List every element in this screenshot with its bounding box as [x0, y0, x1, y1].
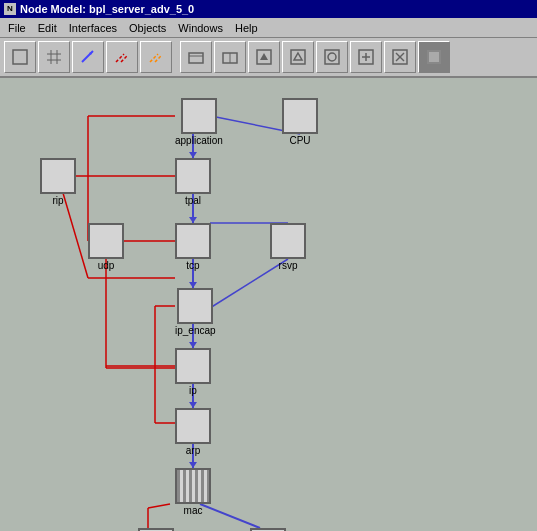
svg-rect-0	[13, 50, 27, 64]
tcp-icon	[175, 223, 211, 259]
ip-icon	[175, 348, 211, 384]
application-icon	[181, 98, 217, 134]
menu-bar: File Edit Interfaces Objects Windows Hel…	[0, 18, 537, 38]
menu-edit[interactable]: Edit	[32, 20, 63, 36]
canvas-area: application CPU rip tpal udp tcp rsvp ip…	[0, 78, 537, 531]
udp-label: udp	[98, 260, 115, 271]
rip-icon	[40, 158, 76, 194]
menu-help[interactable]: Help	[229, 20, 264, 36]
arp-label: arp	[186, 445, 200, 456]
node-application[interactable]: application	[175, 98, 223, 146]
orange-arrow-tool-btn[interactable]	[140, 41, 172, 73]
ip-label: ip	[189, 385, 197, 396]
view-btn-1[interactable]	[180, 41, 212, 73]
cpu-icon	[282, 98, 318, 134]
view-btn-3[interactable]	[248, 41, 280, 73]
node-cpu[interactable]: CPU	[282, 98, 318, 146]
title-bar-icon: N	[4, 3, 16, 15]
rip-label: rip	[52, 195, 63, 206]
tpal-icon	[175, 158, 211, 194]
view-btn-6[interactable]	[350, 41, 382, 73]
node-udp[interactable]: udp	[88, 223, 124, 271]
title-bar-text: Node Model: bpl_server_adv_5_0	[20, 3, 194, 15]
ip-encap-icon	[177, 288, 213, 324]
svg-rect-28	[429, 52, 439, 62]
blue-arrow-tool-btn[interactable]	[72, 41, 104, 73]
svg-marker-18	[294, 53, 302, 60]
application-label: application	[175, 135, 223, 146]
menu-interfaces[interactable]: Interfaces	[63, 20, 123, 36]
rsvp-icon	[270, 223, 306, 259]
svg-line-39	[148, 504, 170, 508]
arp-icon	[175, 408, 211, 444]
ip-encap-label: ip_encap	[175, 325, 216, 336]
node-mac[interactable]: mac	[175, 468, 211, 516]
rsvp-label: rsvp	[279, 260, 298, 271]
cpu-label: CPU	[289, 135, 310, 146]
grid-tool-btn[interactable]	[38, 41, 70, 73]
node-tpal[interactable]: tpal	[175, 158, 211, 206]
node-arp[interactable]: arp	[175, 408, 211, 456]
connections-svg	[0, 78, 537, 531]
view-btn-4[interactable]	[282, 41, 314, 73]
tpal-label: tpal	[185, 195, 201, 206]
view-btn-8[interactable]	[418, 41, 450, 73]
node-rip[interactable]: rip	[40, 158, 76, 206]
menu-file[interactable]: File	[2, 20, 32, 36]
view-btn-5[interactable]	[316, 41, 348, 73]
menu-objects[interactable]: Objects	[123, 20, 172, 36]
node-ip[interactable]: ip	[175, 348, 211, 396]
toolbar	[0, 38, 537, 78]
svg-point-20	[328, 53, 336, 61]
tcp-label: tcp	[186, 260, 199, 271]
red-arrow-tool-btn[interactable]	[106, 41, 138, 73]
svg-marker-16	[260, 53, 268, 60]
svg-rect-11	[189, 53, 203, 63]
view-btn-7[interactable]	[384, 41, 416, 73]
menu-windows[interactable]: Windows	[172, 20, 229, 36]
mac-label: mac	[184, 505, 203, 516]
mac-icon	[175, 468, 211, 504]
select-tool-btn[interactable]	[4, 41, 36, 73]
node-ip-encap[interactable]: ip_encap	[175, 288, 216, 336]
view-btn-2[interactable]	[214, 41, 246, 73]
udp-icon	[88, 223, 124, 259]
title-bar: N Node Model: bpl_server_adv_5_0	[0, 0, 537, 18]
svg-rect-19	[325, 50, 339, 64]
node-rsvp[interactable]: rsvp	[270, 223, 306, 271]
node-tcp[interactable]: tcp	[175, 223, 211, 271]
